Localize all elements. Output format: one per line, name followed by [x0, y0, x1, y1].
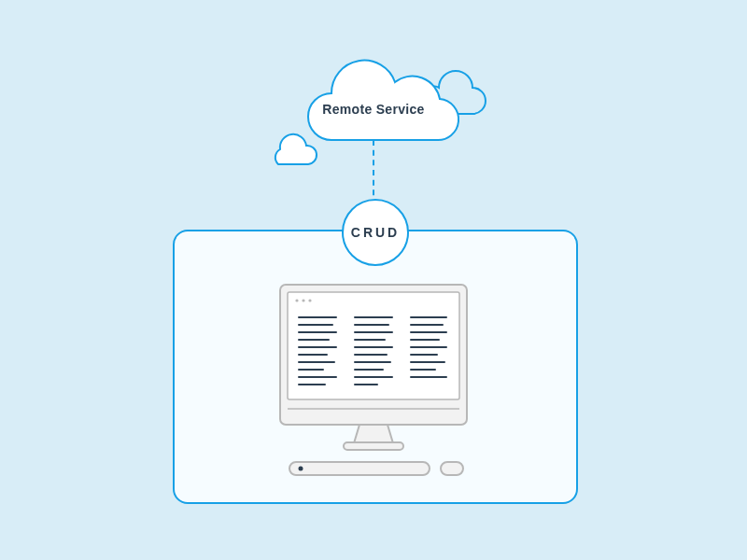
- mouse-icon: [441, 462, 463, 475]
- svg-point-33: [299, 467, 303, 471]
- monitor-base: [344, 442, 403, 450]
- computer-group: [0, 0, 747, 560]
- svg-point-1: [302, 299, 304, 301]
- monitor-screen: [288, 292, 459, 399]
- svg-point-2: [308, 299, 311, 301]
- svg-point-0: [295, 299, 298, 301]
- keyboard-icon: [289, 462, 430, 475]
- diagram-stage: Remote Service CRUD: [0, 0, 747, 560]
- monitor-stand: [354, 425, 393, 443]
